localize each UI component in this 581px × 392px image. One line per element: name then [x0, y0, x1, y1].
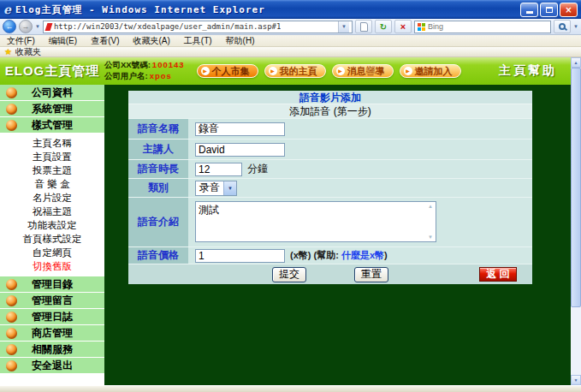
menu-item[interactable]: 收藏夹(A) — [133, 35, 169, 47]
page-body: ELOG主頁管理 公司XX號碼:100143 公司用户名:xpos ▶ 个人市集… — [0, 57, 581, 385]
voice-name-input[interactable] — [195, 122, 285, 136]
menu-item[interactable]: 编辑(E) — [49, 35, 77, 47]
restore-button[interactable] — [540, 3, 558, 17]
address-dropdown[interactable]: ▼ — [338, 21, 349, 33]
category-ball-icon — [6, 360, 17, 371]
scrollbar-down-icon[interactable]: ▼ — [571, 375, 581, 385]
category-ball-icon — [6, 312, 17, 323]
menu-item[interactable]: 文件(F) — [7, 35, 35, 47]
form-title: 語音影片添加 — [128, 91, 532, 104]
sidebar-subitem[interactable]: 功能表設定 — [0, 218, 104, 232]
search-box[interactable] — [414, 21, 551, 33]
submit-button[interactable]: 提交 — [272, 267, 306, 282]
category-select[interactable]: 录音 ▼ — [195, 181, 237, 196]
address-bar: ← → ▼ http://win2003/tw/xdealpage/user_a… — [0, 19, 581, 35]
price-note: (x幣) (幫助: 什麼是x幣) — [290, 249, 388, 262]
back-button-red[interactable]: 返回 — [479, 267, 517, 282]
sidebar-subitem[interactable]: 名片設定 — [0, 191, 104, 205]
sidebar-subitem[interactable]: 首頁樣式設定 — [0, 232, 104, 246]
minimize-button[interactable] — [520, 3, 538, 17]
sidebar-subitem[interactable]: 自定網頁 — [0, 246, 104, 259]
header-nav-button[interactable]: ▶ 个人市集 — [197, 64, 258, 78]
forward-icon: → — [22, 22, 30, 31]
page-favicon-icon — [44, 23, 52, 31]
presenter-label: 主講人 — [128, 140, 188, 159]
menu-item[interactable]: 工具(T) — [184, 35, 212, 47]
sidebar-category-label: 相關服務 — [32, 342, 73, 357]
duration-input[interactable] — [195, 163, 242, 176]
close-button[interactable]: × — [560, 3, 578, 17]
favorites-bar[interactable]: ★ 收藏夹 — [0, 47, 581, 57]
search-icon — [559, 23, 566, 30]
menu-item[interactable]: 查看(V) — [91, 35, 119, 47]
duration-unit: 分鐘 — [247, 162, 268, 176]
voice-name-label: 語音名稱 — [128, 119, 188, 139]
refresh-button[interactable]: ↻ — [375, 20, 392, 33]
forward-button[interactable]: → — [19, 20, 33, 33]
sidebar-subitem[interactable]: 切換舊版 — [0, 259, 104, 273]
header-nav: ▶ 个人市集 ▶ 我的主頁 ▶ 消息響導 ▶ 邀請加入 — [197, 64, 461, 78]
header-nav-button[interactable]: ▶ 我的主頁 — [264, 64, 326, 78]
textarea-scroll-up-icon[interactable]: ▲ — [428, 204, 433, 209]
sidebar-category[interactable]: 商店管理 — [0, 325, 104, 342]
stop-icon: × — [400, 21, 406, 32]
header-nav-button[interactable]: ▶ 消息響導 — [332, 64, 394, 78]
sidebar-category[interactable]: 安全退出 — [0, 358, 104, 374]
sidebar-subitem[interactable]: 主頁名稱 — [0, 136, 104, 150]
username-label: 公司用户名: — [104, 71, 148, 80]
search-go-button[interactable] — [554, 20, 571, 33]
play-icon: ▶ — [404, 67, 412, 75]
category-ball-icon — [6, 279, 17, 290]
homepage-help-link[interactable]: 主頁幫助 — [499, 63, 557, 79]
company-no-label: 公司XX號碼: — [104, 60, 151, 69]
search-options-dropdown[interactable]: ▼ — [573, 24, 578, 29]
star-icon: ★ — [4, 48, 12, 56]
company-no-value: 100143 — [152, 60, 185, 69]
scrollbar-up-icon[interactable]: ▲ — [571, 57, 581, 68]
nav-button-label: 我的主頁 — [280, 65, 317, 78]
play-icon: ▶ — [336, 67, 345, 75]
sidebar-category[interactable]: 相關服務 — [0, 342, 104, 358]
form-subtitle: 添加語音 (第一步) — [128, 104, 532, 118]
voice-add-form: 語音影片添加 添加語音 (第一步) 語音名稱 主講人 語音時長 — [128, 91, 532, 284]
back-button[interactable]: ← — [3, 20, 16, 33]
textarea-scroll-down-icon[interactable]: ▼ — [428, 235, 433, 240]
restore-icon — [546, 7, 553, 13]
sidebar-category[interactable]: 系統管理 — [0, 101, 104, 117]
sidebar-subitem[interactable]: 主頁設置 — [0, 150, 104, 163]
header-nav-button[interactable]: ▶ 邀請加入 — [400, 64, 461, 78]
site-header: ELOG主頁管理 公司XX號碼:100143 公司用户名:xpos ▶ 个人市集… — [0, 57, 571, 85]
nav-button-label: 个人市集 — [212, 65, 250, 78]
sidebar-subitem[interactable]: 音 樂 盒 — [0, 177, 104, 191]
intro-label: 語音介紹 — [128, 198, 188, 246]
search-input[interactable] — [428, 22, 548, 31]
stop-button[interactable]: × — [394, 20, 412, 33]
history-dropdown[interactable]: ▼ — [35, 24, 40, 29]
sidebar-category[interactable]: 管理目錄 — [0, 276, 104, 293]
intro-textarea[interactable]: 測試 — [195, 201, 436, 242]
sidebar-category[interactable]: 管理留言 — [0, 293, 104, 309]
scrollbar-thumb[interactable] — [571, 68, 581, 307]
scrollbar-track[interactable] — [571, 307, 581, 375]
price-input[interactable] — [195, 249, 285, 263]
page-button[interactable] — [355, 20, 372, 33]
sidebar-category-label: 管理留言 — [32, 294, 73, 308]
category-ball-icon — [6, 344, 17, 355]
category-ball-icon — [6, 328, 17, 339]
sidebar-category[interactable]: 樣式管理 — [0, 117, 104, 134]
sidebar-subitem[interactable]: 投票主題 — [0, 163, 104, 177]
address-input[interactable]: http://win2003/tw/xdealpage/user_admin/m… — [43, 21, 353, 33]
play-icon: ▶ — [269, 67, 277, 75]
sidebar-category[interactable]: 公司資料 — [0, 85, 104, 101]
menu-item[interactable]: 帮助(H) — [226, 35, 255, 47]
presenter-input[interactable] — [195, 143, 285, 157]
sidebar-category-label: 管理目錄 — [32, 277, 73, 292]
nav-button-label: 消息響導 — [347, 65, 385, 78]
page-scrollbar[interactable]: ▲ ▼ — [571, 57, 581, 385]
sidebar-category[interactable]: 管理日誌 — [0, 309, 104, 325]
reset-button[interactable]: 重置 — [354, 267, 388, 282]
site-logo: ELOG主頁管理 — [0, 63, 104, 80]
what-is-x-coin-link[interactable]: 什麼是x幣 — [341, 250, 384, 260]
category-selected-value: 录音 — [196, 181, 223, 195]
sidebar-subitem[interactable]: 祝福主題 — [0, 205, 104, 218]
